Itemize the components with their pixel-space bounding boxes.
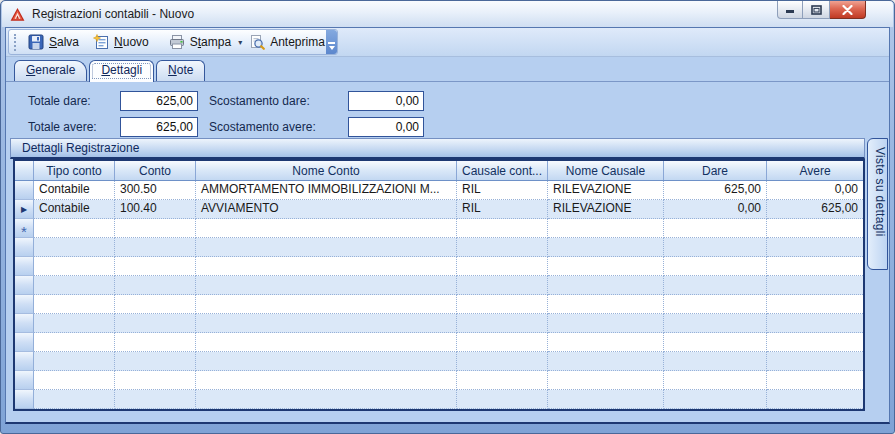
cell-empty[interactable] [664, 295, 767, 314]
cell-empty[interactable] [457, 219, 548, 238]
column-header-avere[interactable]: Avere [767, 161, 863, 180]
row-selector[interactable] [15, 371, 34, 390]
close-button[interactable] [830, 1, 866, 19]
row-selector[interactable] [15, 314, 34, 333]
cell-empty[interactable] [34, 390, 115, 409]
cell-empty[interactable] [196, 390, 457, 409]
cell-empty[interactable] [115, 238, 196, 257]
cell-empty[interactable] [664, 219, 767, 238]
cell-empty[interactable] [34, 333, 115, 352]
cell-empty[interactable] [548, 295, 664, 314]
cell-causale[interactable]: RIL [457, 200, 548, 219]
cell-empty[interactable] [548, 276, 664, 295]
row-selector[interactable] [15, 295, 34, 314]
cell-empty[interactable] [34, 352, 115, 371]
cell-empty[interactable] [457, 238, 548, 257]
cell-empty[interactable] [115, 333, 196, 352]
row-selector[interactable] [15, 390, 34, 409]
cell-empty[interactable] [196, 371, 457, 390]
row-selector[interactable] [15, 181, 34, 200]
cell-nome-conto[interactable]: AVVIAMENTO [196, 200, 457, 219]
empty-row[interactable] [15, 314, 863, 333]
cell-empty[interactable] [457, 371, 548, 390]
cell-empty[interactable] [196, 257, 457, 276]
empty-row[interactable] [15, 352, 863, 371]
row-selector[interactable] [15, 238, 34, 257]
cell-empty[interactable] [548, 371, 664, 390]
cell-empty[interactable] [196, 333, 457, 352]
minimize-button[interactable] [777, 1, 803, 19]
cell-empty[interactable] [115, 257, 196, 276]
print-button[interactable]: Stampa [162, 31, 238, 53]
cell-empty[interactable] [196, 314, 457, 333]
totale-dare-field[interactable] [120, 91, 198, 111]
empty-row[interactable] [15, 276, 863, 295]
cell-empty[interactable] [457, 314, 548, 333]
row-selector[interactable] [15, 333, 34, 352]
cell-empty[interactable] [196, 219, 457, 238]
cell-nome-conto[interactable]: AMMORTAMENTO IMMOBILIZZAZIONI M... [196, 181, 457, 200]
tab-generale[interactable]: Generale [14, 60, 87, 81]
new-row-selector[interactable]: * [15, 219, 34, 238]
cell-empty[interactable] [34, 257, 115, 276]
column-header-causale[interactable]: Causale cont... [457, 161, 548, 180]
cell-empty[interactable] [664, 257, 767, 276]
cell-empty[interactable] [115, 352, 196, 371]
cell-empty[interactable] [664, 352, 767, 371]
cell-dare[interactable]: 625,00 [664, 181, 767, 200]
cell-empty[interactable] [664, 371, 767, 390]
row-selector[interactable] [15, 276, 34, 295]
tab-dettagli[interactable]: Dettagli [89, 60, 154, 82]
cell-empty[interactable] [115, 371, 196, 390]
cell-empty[interactable] [548, 219, 664, 238]
cell-empty[interactable] [196, 276, 457, 295]
cell-empty[interactable] [115, 276, 196, 295]
cell-empty[interactable] [457, 295, 548, 314]
table-row[interactable]: Contabile 300.50 AMMORTAMENTO IMMOBILIZZ… [15, 181, 863, 200]
cell-empty[interactable] [767, 276, 863, 295]
cell-nome-causale[interactable]: RILEVAZIONE [548, 200, 664, 219]
cell-empty[interactable] [664, 276, 767, 295]
cell-empty[interactable] [767, 333, 863, 352]
title-bar[interactable]: Registrazioni contabili - Nuovo [2, 1, 893, 27]
totale-avere-field[interactable] [120, 117, 198, 137]
toolbar-grip-handle[interactable] [14, 34, 16, 51]
cell-dare[interactable]: 0,00 [664, 200, 767, 219]
cell-conto[interactable]: 300.50 [115, 181, 196, 200]
cell-empty[interactable] [115, 219, 196, 238]
cell-empty[interactable] [767, 257, 863, 276]
cell-empty[interactable] [548, 333, 664, 352]
cell-empty[interactable] [664, 238, 767, 257]
side-tab-viste-su-dettagli[interactable]: Viste su dettagli [867, 138, 888, 270]
cell-empty[interactable] [115, 314, 196, 333]
cell-nome-causale[interactable]: RILEVAZIONE [548, 181, 664, 200]
column-header-dare[interactable]: Dare [664, 161, 767, 180]
cell-empty[interactable] [548, 352, 664, 371]
cell-empty[interactable] [548, 238, 664, 257]
tab-note[interactable]: Note [156, 60, 205, 81]
cell-empty[interactable] [115, 390, 196, 409]
empty-row[interactable] [15, 390, 863, 409]
empty-row[interactable] [15, 295, 863, 314]
cell-empty[interactable] [767, 352, 863, 371]
column-header-conto[interactable]: Conto [115, 161, 196, 180]
cell-empty[interactable] [548, 314, 664, 333]
cell-tipo-conto[interactable]: Contabile [34, 200, 115, 219]
cell-empty[interactable] [767, 371, 863, 390]
column-header-tipo-conto[interactable]: Tipo conto [34, 161, 115, 180]
maximize-button[interactable] [803, 1, 830, 19]
cell-empty[interactable] [767, 390, 863, 409]
cell-empty[interactable] [767, 238, 863, 257]
cell-empty[interactable] [34, 276, 115, 295]
cell-empty[interactable] [196, 352, 457, 371]
row-selector-header[interactable] [15, 161, 34, 180]
cell-empty[interactable] [457, 390, 548, 409]
new-row[interactable]: * [15, 219, 863, 238]
cell-empty[interactable] [767, 295, 863, 314]
row-selector-current[interactable]: ▶ [15, 200, 34, 219]
cell-empty[interactable] [196, 238, 457, 257]
empty-row[interactable] [15, 333, 863, 352]
cell-empty[interactable] [767, 219, 863, 238]
row-selector[interactable] [15, 352, 34, 371]
cell-empty[interactable] [34, 219, 115, 238]
